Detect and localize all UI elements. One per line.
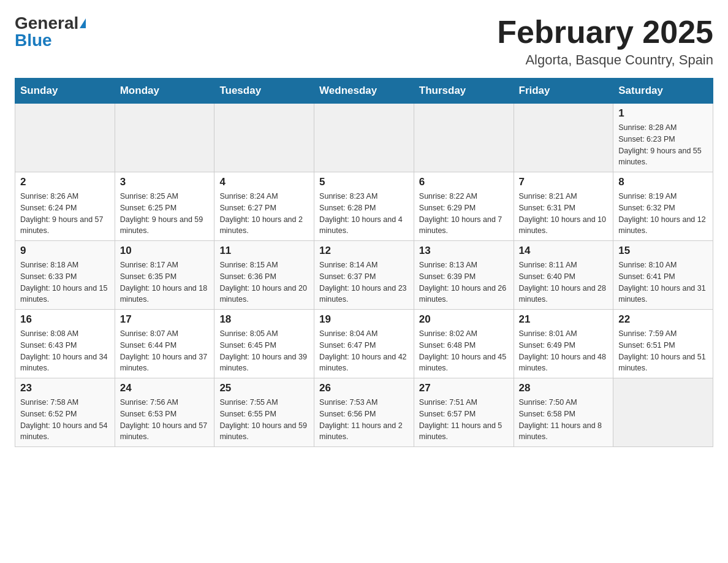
day-info: Sunrise: 7:58 AMSunset: 6:52 PMDaylight:… xyxy=(20,397,110,443)
day-info: Sunrise: 8:25 AMSunset: 6:25 PMDaylight:… xyxy=(120,191,210,237)
calendar-cell: 4Sunrise: 8:24 AMSunset: 6:27 PMDaylight… xyxy=(214,172,314,241)
calendar-cell xyxy=(314,104,414,172)
calendar-cell: 20Sunrise: 8:02 AMSunset: 6:48 PMDayligh… xyxy=(414,310,514,378)
day-info: Sunrise: 8:22 AMSunset: 6:29 PMDaylight:… xyxy=(419,191,509,237)
day-info: Sunrise: 8:10 AMSunset: 6:41 PMDaylight:… xyxy=(618,259,708,305)
day-info: Sunrise: 7:56 AMSunset: 6:53 PMDaylight:… xyxy=(120,397,210,443)
day-number: 13 xyxy=(419,245,509,257)
logo-blue-text: Blue xyxy=(15,32,52,49)
calendar-cell: 12Sunrise: 8:14 AMSunset: 6:37 PMDayligh… xyxy=(314,241,414,310)
day-info: Sunrise: 8:18 AMSunset: 6:33 PMDaylight:… xyxy=(20,259,110,305)
calendar-cell xyxy=(414,104,514,172)
calendar-cell: 11Sunrise: 8:15 AMSunset: 6:36 PMDayligh… xyxy=(214,241,314,310)
page-header: General Blue February 2025 Algorta, Basq… xyxy=(15,15,713,68)
day-info: Sunrise: 8:28 AMSunset: 6:23 PMDaylight:… xyxy=(618,122,708,168)
day-info: Sunrise: 8:14 AMSunset: 6:37 PMDaylight:… xyxy=(319,259,409,305)
month-title: February 2025 xyxy=(497,15,713,50)
weekday-header-monday: Monday xyxy=(115,79,214,104)
calendar-row-0: 1Sunrise: 8:28 AMSunset: 6:23 PMDaylight… xyxy=(15,104,713,172)
calendar-cell: 25Sunrise: 7:55 AMSunset: 6:55 PMDayligh… xyxy=(214,378,314,447)
day-number: 15 xyxy=(618,245,708,257)
day-info: Sunrise: 8:05 AMSunset: 6:45 PMDaylight:… xyxy=(219,328,309,374)
calendar-cell: 24Sunrise: 7:56 AMSunset: 6:53 PMDayligh… xyxy=(115,378,214,447)
day-info: Sunrise: 7:55 AMSunset: 6:55 PMDaylight:… xyxy=(219,397,309,443)
day-info: Sunrise: 8:17 AMSunset: 6:35 PMDaylight:… xyxy=(120,259,210,305)
day-number: 23 xyxy=(20,382,110,394)
weekday-header-row: SundayMondayTuesdayWednesdayThursdayFrid… xyxy=(15,79,713,104)
day-number: 20 xyxy=(419,313,509,326)
calendar-cell: 27Sunrise: 7:51 AMSunset: 6:57 PMDayligh… xyxy=(414,378,514,447)
calendar-cell: 3Sunrise: 8:25 AMSunset: 6:25 PMDaylight… xyxy=(115,172,214,241)
calendar-cell: 23Sunrise: 7:58 AMSunset: 6:52 PMDayligh… xyxy=(15,378,115,447)
calendar-cell xyxy=(214,104,314,172)
calendar-cell: 7Sunrise: 8:21 AMSunset: 6:31 PMDaylight… xyxy=(514,172,613,241)
day-info: Sunrise: 7:50 AMSunset: 6:58 PMDaylight:… xyxy=(519,397,609,443)
day-info: Sunrise: 8:08 AMSunset: 6:43 PMDaylight:… xyxy=(20,328,110,374)
day-info: Sunrise: 8:23 AMSunset: 6:28 PMDaylight:… xyxy=(319,191,409,237)
logo: General Blue xyxy=(15,15,86,49)
day-number: 14 xyxy=(519,245,609,257)
day-number: 11 xyxy=(219,245,309,257)
calendar-cell: 19Sunrise: 8:04 AMSunset: 6:47 PMDayligh… xyxy=(314,310,414,378)
calendar-row-1: 2Sunrise: 8:26 AMSunset: 6:24 PMDaylight… xyxy=(15,172,713,241)
day-number: 27 xyxy=(419,382,509,394)
calendar-cell: 6Sunrise: 8:22 AMSunset: 6:29 PMDaylight… xyxy=(414,172,514,241)
day-number: 16 xyxy=(20,313,110,326)
day-info: Sunrise: 8:01 AMSunset: 6:49 PMDaylight:… xyxy=(519,328,609,374)
day-number: 9 xyxy=(20,245,110,257)
day-info: Sunrise: 7:51 AMSunset: 6:57 PMDaylight:… xyxy=(419,397,509,443)
calendar-cell xyxy=(514,104,613,172)
calendar-cell: 28Sunrise: 7:50 AMSunset: 6:58 PMDayligh… xyxy=(514,378,613,447)
weekday-header-sunday: Sunday xyxy=(15,79,115,104)
weekday-header-thursday: Thursday xyxy=(414,79,514,104)
day-number: 1 xyxy=(618,107,708,120)
day-number: 19 xyxy=(319,313,409,326)
logo-general-text: General xyxy=(15,15,78,32)
calendar-cell: 15Sunrise: 8:10 AMSunset: 6:41 PMDayligh… xyxy=(613,241,713,310)
day-number: 8 xyxy=(618,176,708,188)
day-info: Sunrise: 8:19 AMSunset: 6:32 PMDaylight:… xyxy=(618,191,708,237)
calendar-cell xyxy=(115,104,214,172)
calendar-cell: 22Sunrise: 7:59 AMSunset: 6:51 PMDayligh… xyxy=(613,310,713,378)
calendar-row-4: 23Sunrise: 7:58 AMSunset: 6:52 PMDayligh… xyxy=(15,378,713,447)
calendar-cell: 9Sunrise: 8:18 AMSunset: 6:33 PMDaylight… xyxy=(15,241,115,310)
day-info: Sunrise: 8:13 AMSunset: 6:39 PMDaylight:… xyxy=(419,259,509,305)
day-info: Sunrise: 8:04 AMSunset: 6:47 PMDaylight:… xyxy=(319,328,409,374)
day-info: Sunrise: 8:26 AMSunset: 6:24 PMDaylight:… xyxy=(20,191,110,237)
day-info: Sunrise: 7:59 AMSunset: 6:51 PMDaylight:… xyxy=(618,328,708,374)
day-info: Sunrise: 8:21 AMSunset: 6:31 PMDaylight:… xyxy=(519,191,609,237)
day-info: Sunrise: 8:15 AMSunset: 6:36 PMDaylight:… xyxy=(219,259,309,305)
day-number: 18 xyxy=(219,313,309,326)
calendar-table: SundayMondayTuesdayWednesdayThursdayFrid… xyxy=(15,78,713,447)
weekday-header-tuesday: Tuesday xyxy=(214,79,314,104)
day-info: Sunrise: 8:07 AMSunset: 6:44 PMDaylight:… xyxy=(120,328,210,374)
day-number: 10 xyxy=(120,245,210,257)
weekday-header-friday: Friday xyxy=(514,79,613,104)
day-number: 28 xyxy=(519,382,609,394)
day-number: 7 xyxy=(519,176,609,188)
calendar-cell: 16Sunrise: 8:08 AMSunset: 6:43 PMDayligh… xyxy=(15,310,115,378)
logo-triangle-icon xyxy=(80,18,86,28)
day-number: 26 xyxy=(319,382,409,394)
day-number: 3 xyxy=(120,176,210,188)
calendar-cell: 1Sunrise: 8:28 AMSunset: 6:23 PMDaylight… xyxy=(613,104,713,172)
calendar-cell: 2Sunrise: 8:26 AMSunset: 6:24 PMDaylight… xyxy=(15,172,115,241)
day-number: 24 xyxy=(120,382,210,394)
calendar-cell: 13Sunrise: 8:13 AMSunset: 6:39 PMDayligh… xyxy=(414,241,514,310)
day-number: 12 xyxy=(319,245,409,257)
day-number: 25 xyxy=(219,382,309,394)
calendar-cell: 14Sunrise: 8:11 AMSunset: 6:40 PMDayligh… xyxy=(514,241,613,310)
calendar-cell: 5Sunrise: 8:23 AMSunset: 6:28 PMDaylight… xyxy=(314,172,414,241)
calendar-cell: 18Sunrise: 8:05 AMSunset: 6:45 PMDayligh… xyxy=(214,310,314,378)
location-subtitle: Algorta, Basque Country, Spain xyxy=(497,52,713,68)
calendar-row-3: 16Sunrise: 8:08 AMSunset: 6:43 PMDayligh… xyxy=(15,310,713,378)
day-number: 21 xyxy=(519,313,609,326)
calendar-cell: 17Sunrise: 8:07 AMSunset: 6:44 PMDayligh… xyxy=(115,310,214,378)
day-number: 17 xyxy=(120,313,210,326)
day-info: Sunrise: 8:24 AMSunset: 6:27 PMDaylight:… xyxy=(219,191,309,237)
day-number: 22 xyxy=(618,313,708,326)
title-block: February 2025 Algorta, Basque Country, S… xyxy=(497,15,713,68)
calendar-cell: 21Sunrise: 8:01 AMSunset: 6:49 PMDayligh… xyxy=(514,310,613,378)
day-number: 5 xyxy=(319,176,409,188)
weekday-header-saturday: Saturday xyxy=(613,79,713,104)
